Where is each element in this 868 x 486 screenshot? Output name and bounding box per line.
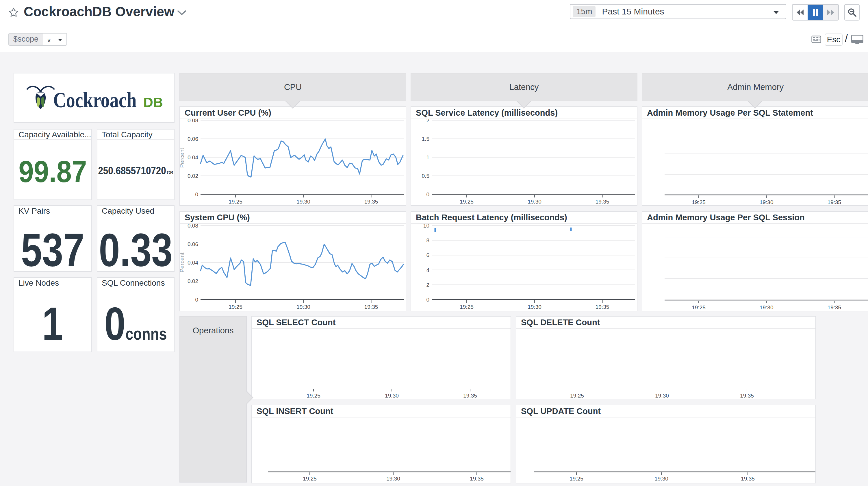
svg-text:19:25: 19:25 <box>228 199 242 205</box>
svg-text:19:30: 19:30 <box>760 199 774 205</box>
svg-text:0.06: 0.06 <box>188 136 198 142</box>
svg-text:0.5: 0.5 <box>422 173 429 179</box>
svg-text:19:25: 19:25 <box>303 476 317 482</box>
svg-text:19:30: 19:30 <box>760 305 774 311</box>
svg-text:Percent: Percent <box>180 252 185 273</box>
svg-text:19:35: 19:35 <box>364 304 378 310</box>
svg-text:19:35: 19:35 <box>740 393 754 399</box>
svg-text:DB: DB <box>143 94 163 110</box>
svg-text:2: 2 <box>426 282 429 288</box>
svg-text:19:35: 19:35 <box>470 476 484 482</box>
svg-text:0.04: 0.04 <box>188 260 198 266</box>
svg-text:Percent: Percent <box>180 148 185 168</box>
svg-text:0.04: 0.04 <box>188 154 198 161</box>
svg-text:19:25: 19:25 <box>692 199 706 205</box>
svg-text:19:25: 19:25 <box>307 393 320 399</box>
svg-text:19:30: 19:30 <box>528 199 541 205</box>
svg-text:19:35: 19:35 <box>595 304 610 310</box>
svg-text:8: 8 <box>426 237 429 244</box>
svg-text:19:35: 19:35 <box>741 476 755 482</box>
svg-text:19:35: 19:35 <box>828 199 841 205</box>
svg-text:0: 0 <box>426 297 429 303</box>
svg-text:0: 0 <box>426 191 429 197</box>
svg-text:0: 0 <box>195 297 198 303</box>
svg-text:19:25: 19:25 <box>460 304 473 310</box>
svg-text:0.02: 0.02 <box>188 173 198 179</box>
svg-text:19:25: 19:25 <box>569 476 583 482</box>
svg-text:1.5: 1.5 <box>422 136 429 142</box>
svg-text:19:30: 19:30 <box>654 476 668 482</box>
svg-text:1: 1 <box>426 154 429 161</box>
svg-text:19:35: 19:35 <box>463 393 477 399</box>
svg-text:19:30: 19:30 <box>528 304 541 310</box>
svg-text:19:25: 19:25 <box>692 305 706 311</box>
svg-text:0.06: 0.06 <box>188 241 198 247</box>
svg-text:19:30: 19:30 <box>655 393 669 399</box>
svg-text:19:35: 19:35 <box>364 199 378 205</box>
svg-text:4: 4 <box>426 267 429 273</box>
svg-text:19:30: 19:30 <box>297 304 310 310</box>
svg-text:19:35: 19:35 <box>828 305 841 311</box>
svg-text:19:35: 19:35 <box>595 199 610 205</box>
svg-text:19:25: 19:25 <box>228 304 242 310</box>
svg-text:19:30: 19:30 <box>386 476 400 482</box>
svg-text:6: 6 <box>426 252 429 258</box>
svg-text:0: 0 <box>195 191 198 197</box>
svg-text:19:25: 19:25 <box>460 199 473 205</box>
svg-text:19:25: 19:25 <box>570 393 584 399</box>
svg-text:Cockroach: Cockroach <box>53 88 137 112</box>
svg-text:0.02: 0.02 <box>188 278 198 284</box>
svg-text:19:30: 19:30 <box>385 393 399 399</box>
svg-text:19:30: 19:30 <box>297 199 310 205</box>
